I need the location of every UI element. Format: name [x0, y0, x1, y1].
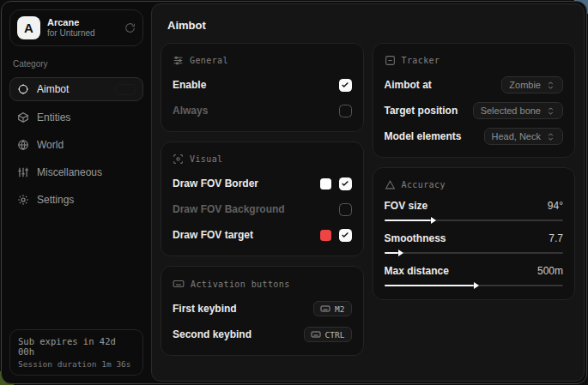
- setting-row-enable: Enable: [173, 75, 352, 94]
- sidebar-item-miscellaneous[interactable]: Miscellaneous: [9, 161, 143, 183]
- main-panel: Aimbot General: [151, 3, 585, 382]
- triangle-icon: [385, 179, 396, 190]
- crosshair-icon: [17, 83, 29, 95]
- keyboard-icon: [311, 329, 321, 340]
- activation-card: Activation buttons First keybind M2: [161, 266, 364, 356]
- fov-border-color-swatch[interactable]: [320, 178, 331, 189]
- left-column: General Enable Always: [161, 43, 364, 356]
- app-name: Arcane: [47, 17, 118, 28]
- brand-text: Arcane for Unturned: [47, 17, 118, 38]
- setting-row-aimbot-at: Aimbot at Zombie: [385, 75, 564, 94]
- sidebar-nav: Aimbot Entities World: [9, 77, 143, 211]
- app-logo: A: [17, 16, 40, 39]
- app-subtitle: for Unturned: [47, 28, 118, 39]
- section-title-general: General: [190, 56, 228, 65]
- aimbot-at-dropdown[interactable]: Zombie: [501, 76, 563, 93]
- dropdown-value: Zombie: [509, 80, 541, 90]
- setting-row-first-keybind: First keybind M2: [173, 299, 352, 318]
- first-keybind-button[interactable]: M2: [313, 301, 351, 316]
- keybind-hint-pill: [115, 84, 136, 95]
- sidebar: A Arcane for Unturned Category Aimbot: [2, 2, 151, 383]
- keyboard-icon: [320, 304, 330, 314]
- sidebar-item-label: Settings: [37, 194, 74, 206]
- fov-target-color-swatch[interactable]: [320, 230, 331, 241]
- subscription-status-card: Sub expires in 42d 00h Session duration …: [9, 329, 143, 376]
- fov-size-slider-group: FOV size 94°: [385, 200, 564, 221]
- target-position-dropdown[interactable]: Selected bone: [473, 102, 563, 119]
- setting-row-second-keybind: Second keybind CTRL: [173, 325, 352, 344]
- sidebar-item-label: Aimbot: [37, 83, 69, 95]
- fov-target-checkbox[interactable]: [339, 229, 352, 242]
- chevrons-up-down-icon: [546, 106, 555, 116]
- app-window: A Arcane for Unturned Category Aimbot: [1, 1, 587, 384]
- visual-card: Visual Draw FOV Border: [161, 141, 364, 256]
- sliders-vertical-icon: [17, 166, 29, 178]
- sidebar-item-aimbot[interactable]: Aimbot: [9, 77, 143, 101]
- setting-row-fov-border: Draw FOV Border: [173, 174, 352, 193]
- keybind-value: CTRL: [325, 330, 345, 340]
- always-checkbox[interactable]: [339, 105, 352, 117]
- second-keybind-button[interactable]: CTRL: [304, 327, 352, 342]
- keybind-value: M2: [335, 304, 344, 314]
- sidebar-item-label: Entities: [37, 111, 70, 123]
- category-label: Category: [13, 59, 140, 69]
- slider-knob[interactable]: [431, 217, 436, 224]
- setting-row-fov-background: Draw FOV Background: [173, 200, 352, 219]
- enable-checkbox[interactable]: [339, 79, 352, 92]
- sidebar-item-world[interactable]: World: [9, 134, 143, 156]
- section-title-activation: Activation buttons: [191, 280, 290, 289]
- sidebar-item-label: Miscellaneous: [37, 166, 102, 178]
- fov-size-slider[interactable]: [385, 220, 564, 221]
- entities-icon: [17, 111, 29, 123]
- scan-eye-icon: [173, 153, 184, 165]
- slider-knob[interactable]: [398, 250, 403, 256]
- max-distance-value: 500m: [537, 265, 563, 277]
- tracker-card: Tracker Aimbot at Zombie: [373, 43, 576, 158]
- keyboard-icon: [173, 278, 185, 290]
- smoothness-value: 7.7: [549, 232, 563, 244]
- page-title: Aimbot: [167, 19, 575, 32]
- chevrons-up-down-icon: [546, 132, 555, 141]
- smoothness-slider[interactable]: [385, 252, 564, 254]
- fov-size-value: 94°: [548, 200, 563, 212]
- refresh-icon[interactable]: [124, 22, 136, 33]
- slider-knob[interactable]: [474, 282, 479, 289]
- sliders-horizontal-icon: [173, 55, 184, 66]
- section-title-visual: Visual: [190, 154, 223, 164]
- setting-row-always: Always: [173, 101, 352, 120]
- fov-background-checkbox[interactable]: [339, 203, 352, 216]
- dropdown-value: Selected bone: [481, 105, 541, 116]
- accuracy-card: Accuracy FOV size 94°: [373, 167, 576, 300]
- sub-expiry-text: Sub expires in 42d 00h: [18, 336, 135, 357]
- right-column: Tracker Aimbot at Zombie: [373, 43, 576, 300]
- fov-border-checkbox[interactable]: [339, 177, 352, 190]
- model-elements-dropdown[interactable]: Head, Neck: [484, 128, 563, 145]
- section-title-tracker: Tracker: [402, 56, 440, 65]
- smoothness-slider-group: Smoothness 7.7: [385, 232, 564, 254]
- max-distance-slider[interactable]: [385, 285, 564, 286]
- main-wrapper: Aimbot General: [151, 2, 586, 383]
- setting-row-fov-target: Draw FOV target: [173, 226, 352, 244]
- setting-row-model-elements: Model elements Head, Neck: [385, 127, 564, 146]
- globe-icon: [17, 139, 29, 151]
- section-title-accuracy: Accuracy: [402, 180, 446, 189]
- dropdown-value: Head, Neck: [492, 131, 541, 141]
- gear-icon: [17, 194, 29, 206]
- sidebar-item-settings[interactable]: Settings: [9, 189, 143, 211]
- sidebar-item-entities[interactable]: Entities: [9, 106, 143, 129]
- setting-row-target-position: Target position Selected bone: [385, 101, 564, 120]
- general-card: General Enable Always: [161, 43, 364, 132]
- chevrons-up-down-icon: [546, 81, 555, 90]
- sidebar-item-label: World: [37, 139, 64, 151]
- session-duration-text: Session duration 1m 36s: [18, 359, 135, 369]
- brand-card: A Arcane for Unturned: [9, 9, 143, 46]
- max-distance-slider-group: Max distance 500m: [385, 265, 564, 286]
- minus-square-icon: [385, 55, 396, 66]
